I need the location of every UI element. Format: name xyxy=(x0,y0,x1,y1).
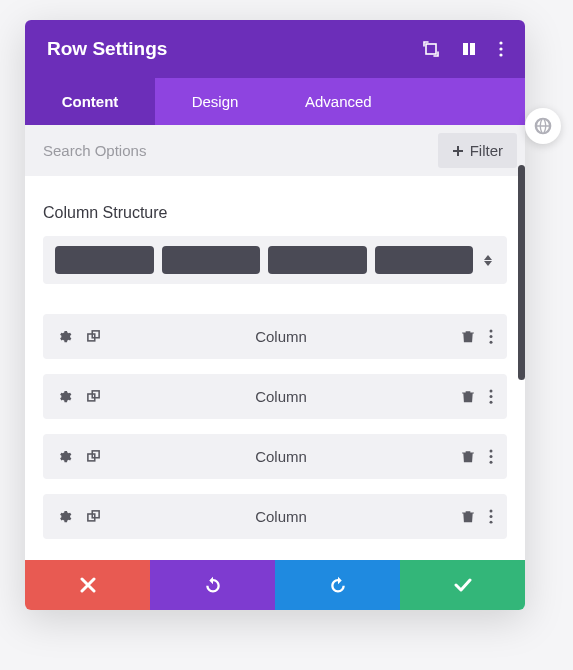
cancel-button[interactable] xyxy=(25,560,150,610)
column-row[interactable]: Column xyxy=(43,434,507,479)
more-icon[interactable] xyxy=(499,41,503,57)
structure-stepper[interactable] xyxy=(481,255,495,266)
tabs: Content Design Advanced xyxy=(25,78,525,125)
chevron-up-icon xyxy=(484,255,492,260)
undo-button[interactable] xyxy=(150,560,275,610)
column-row[interactable]: Column xyxy=(43,314,507,359)
search-input[interactable] xyxy=(43,142,438,159)
svg-rect-2 xyxy=(470,43,475,55)
filter-label: Filter xyxy=(470,142,503,159)
undo-icon xyxy=(204,576,222,594)
close-icon xyxy=(80,577,96,593)
trash-icon[interactable] xyxy=(461,329,475,344)
duplicate-icon[interactable] xyxy=(86,329,101,344)
svg-point-4 xyxy=(499,47,502,50)
plus-icon xyxy=(452,145,464,157)
save-button[interactable] xyxy=(400,560,525,610)
duplicate-icon[interactable] xyxy=(86,389,101,404)
structure-column xyxy=(268,246,367,274)
content-area: Column Structure Column xyxy=(25,176,525,560)
svg-point-22 xyxy=(490,461,493,464)
svg-rect-7 xyxy=(453,150,463,152)
column-label: Column xyxy=(101,508,461,525)
layout-icon[interactable] xyxy=(461,41,477,57)
tab-content[interactable]: Content xyxy=(25,78,155,125)
duplicate-icon[interactable] xyxy=(86,449,101,464)
column-label: Column xyxy=(101,328,461,345)
svg-rect-1 xyxy=(463,43,468,55)
column-row[interactable]: Column xyxy=(43,374,507,419)
svg-rect-0 xyxy=(426,44,436,54)
more-icon[interactable] xyxy=(489,449,493,464)
check-icon xyxy=(454,578,472,592)
column-label: Column xyxy=(101,448,461,465)
modal-title: Row Settings xyxy=(47,38,167,60)
redo-icon xyxy=(329,576,347,594)
svg-point-17 xyxy=(490,401,493,404)
structure-column xyxy=(162,246,261,274)
scrollbar[interactable] xyxy=(518,165,525,380)
header-actions xyxy=(423,41,503,57)
duplicate-icon[interactable] xyxy=(86,509,101,524)
svg-point-27 xyxy=(490,521,493,524)
column-row[interactable]: Column xyxy=(43,494,507,539)
svg-point-5 xyxy=(499,53,502,56)
column-structure-selector[interactable] xyxy=(43,236,507,284)
search-bar: Filter xyxy=(25,125,525,176)
gear-icon[interactable] xyxy=(57,389,72,404)
column-label: Column xyxy=(101,388,461,405)
gear-icon[interactable] xyxy=(57,449,72,464)
trash-icon[interactable] xyxy=(461,449,475,464)
structure-column xyxy=(55,246,154,274)
svg-point-16 xyxy=(490,395,493,398)
svg-point-20 xyxy=(490,449,493,452)
svg-point-10 xyxy=(490,329,493,332)
gear-icon[interactable] xyxy=(57,509,72,524)
tab-advanced[interactable]: Advanced xyxy=(275,78,525,125)
modal-header: Row Settings xyxy=(25,20,525,78)
svg-point-25 xyxy=(490,509,493,512)
globe-icon[interactable] xyxy=(525,108,561,144)
footer-actions xyxy=(25,560,525,610)
filter-button[interactable]: Filter xyxy=(438,133,517,168)
expand-icon[interactable] xyxy=(423,41,439,57)
section-title: Column Structure xyxy=(43,204,507,222)
redo-button[interactable] xyxy=(275,560,400,610)
more-icon[interactable] xyxy=(489,509,493,524)
svg-point-21 xyxy=(490,455,493,458)
svg-point-3 xyxy=(499,41,502,44)
chevron-down-icon xyxy=(484,261,492,266)
svg-point-12 xyxy=(490,341,493,344)
structure-column xyxy=(375,246,474,274)
row-settings-modal: Row Settings Content Design Advanced Fil… xyxy=(25,20,525,610)
trash-icon[interactable] xyxy=(461,389,475,404)
gear-icon[interactable] xyxy=(57,329,72,344)
tab-design[interactable]: Design xyxy=(155,78,275,125)
svg-point-11 xyxy=(490,335,493,338)
svg-point-15 xyxy=(490,389,493,392)
svg-point-26 xyxy=(490,515,493,518)
trash-icon[interactable] xyxy=(461,509,475,524)
more-icon[interactable] xyxy=(489,389,493,404)
more-icon[interactable] xyxy=(489,329,493,344)
